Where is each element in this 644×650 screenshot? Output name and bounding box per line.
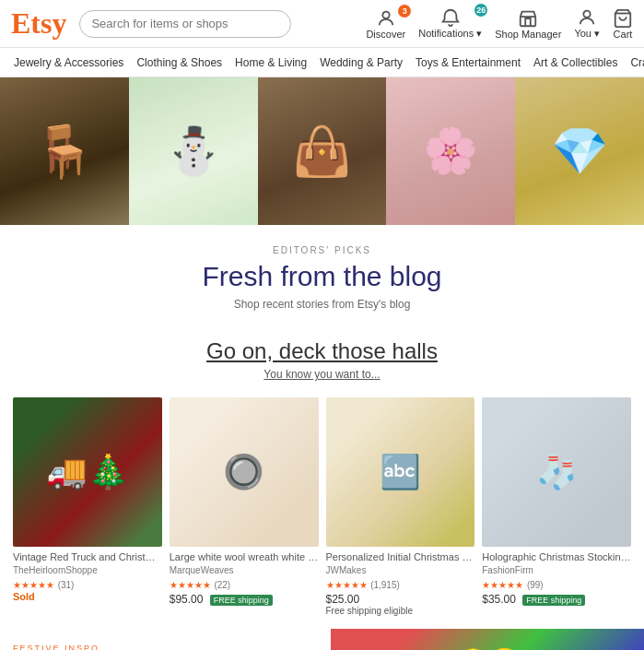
product-shop-4: FashionFirm: [482, 565, 631, 575]
bell-icon: [440, 7, 461, 28]
discover-icon-item[interactable]: 3 Discover: [366, 8, 405, 40]
product-stars-1: ★★★★★ (31): [13, 577, 162, 591]
nav-toys[interactable]: Toys & Entertainment: [409, 56, 527, 69]
blog-subtitle: Shop recent stories from Etsy's blog: [18, 298, 626, 311]
nav-craft[interactable]: Craft Supplies: [624, 56, 644, 69]
product-stars-3: ★★★★★ (1,915): [326, 577, 475, 591]
svg-point-4: [584, 11, 591, 18]
bottom-section: FESTIVE INSPO 6 Holiday Decor Trends to …: [0, 629, 644, 650]
product-shop-3: JWMakes: [326, 565, 475, 575]
shop-manager-label: Shop Manager: [495, 29, 561, 40]
product-shop-1: TheHeirloomShoppe: [13, 565, 162, 575]
product-card-4[interactable]: 🧦 Holographic Christmas Stocking: Unic..…: [482, 397, 631, 616]
hero-chair-image[interactable]: 🪑: [0, 77, 129, 225]
shop-icon: [518, 8, 538, 29]
free-shipping-badge-4: FREE shipping: [522, 595, 585, 606]
cart-icon-item[interactable]: Cart: [613, 8, 633, 40]
product-name-1: Vintage Red Truck and Christmas Tree...: [13, 550, 162, 563]
notifications-badge: 26: [474, 4, 487, 17]
product-sold-1: Sold: [13, 591, 162, 602]
blog-title: Fresh from the blog: [18, 261, 626, 292]
search-bar: [79, 10, 291, 38]
you-icon-item[interactable]: You ▾: [574, 7, 600, 40]
product-stars-2: ★★★★★ (22): [170, 577, 319, 591]
free-eligible-3: Free shipping eligible: [326, 606, 475, 616]
blog-section: EDITORS' PICKS Fresh from the blog Shop …: [0, 225, 644, 329]
cart-label: Cart: [614, 29, 633, 40]
user-icon: [577, 7, 597, 28]
you-label: You ▾: [574, 28, 600, 40]
deck-title[interactable]: Go on, deck those halls: [18, 338, 626, 364]
product-image-1: 🚚🎄: [13, 397, 162, 547]
shop-manager-icon-item[interactable]: Shop Manager: [495, 8, 561, 40]
hero-strip: 🪑 ⛄ 👜 🌸 💎: [0, 77, 644, 225]
svg-point-2: [382, 11, 389, 18]
etsy-logo[interactable]: Etsy: [11, 6, 66, 41]
search-input[interactable]: [91, 17, 279, 30]
hero-snow-image[interactable]: ⛄: [129, 77, 258, 225]
nav-art[interactable]: Art & Collectibles: [527, 56, 624, 69]
hero-bracelet-image[interactable]: 💎: [515, 77, 644, 225]
product-card-3[interactable]: 🔤 Personalized Initial Christmas Orname.…: [326, 397, 475, 616]
product-image-4: 🧦: [482, 397, 631, 547]
product-price-4: $35.00 FREE shipping: [482, 593, 631, 606]
product-name-3: Personalized Initial Christmas Orname...: [326, 550, 475, 563]
deck-subtitle[interactable]: You know you want to...: [18, 368, 626, 381]
discover-badge: 3: [398, 5, 411, 18]
product-name-2: Large white wool wreath white holida...: [170, 550, 319, 563]
free-shipping-badge-2: FREE shipping: [210, 595, 273, 606]
discover-label: Discover: [366, 29, 405, 40]
festive-text[interactable]: FESTIVE INSPO 6 Holiday Decor Trends to …: [0, 629, 331, 650]
nav-home[interactable]: Home & Living: [228, 56, 313, 69]
notifications-icon-item[interactable]: 26 Notifications ▾: [418, 7, 482, 40]
product-price-3: $25.00: [326, 593, 475, 606]
nav-jewelry[interactable]: Jewelry & Accessories: [7, 56, 130, 69]
notifications-label: Notifications ▾: [418, 28, 482, 40]
editors-picks-label: EDITORS' PICKS: [18, 245, 626, 255]
product-grid: 🚚🎄 Vintage Red Truck and Christmas Tree.…: [0, 397, 644, 625]
hero-bag-image[interactable]: 👜: [258, 77, 387, 225]
product-card-1[interactable]: 🚚🎄 Vintage Red Truck and Christmas Tree.…: [13, 397, 162, 616]
product-card-2[interactable]: 🔘 Large white wool wreath white holida..…: [170, 397, 319, 616]
festive-image[interactable]: 🎊: [331, 629, 644, 650]
nav-wedding[interactable]: Wedding & Party: [313, 56, 409, 69]
deck-section: Go on, deck those halls You know you wan…: [0, 329, 644, 397]
product-image-2: 🔘: [170, 397, 319, 547]
header: Etsy 3 Discover 26: [0, 0, 644, 48]
product-image-3: 🔤: [326, 397, 475, 547]
festive-label: FESTIVE INSPO: [13, 644, 318, 650]
product-shop-2: MarqueWeaves: [170, 565, 319, 575]
product-name-4: Holographic Christmas Stocking: Unic...: [482, 550, 631, 563]
header-icons: 3 Discover 26 Notifications ▾: [366, 7, 633, 40]
product-stars-4: ★★★★★ (99): [482, 577, 631, 591]
cart-icon: [613, 8, 633, 29]
product-price-2: $95.00 FREE shipping: [170, 593, 319, 606]
nav-clothing[interactable]: Clothing & Shoes: [130, 56, 228, 69]
main-nav: Jewelry & Accessories Clothing & Shoes H…: [0, 48, 644, 77]
discover-icon: [376, 8, 396, 29]
hero-pink-image[interactable]: 🌸: [386, 77, 515, 225]
